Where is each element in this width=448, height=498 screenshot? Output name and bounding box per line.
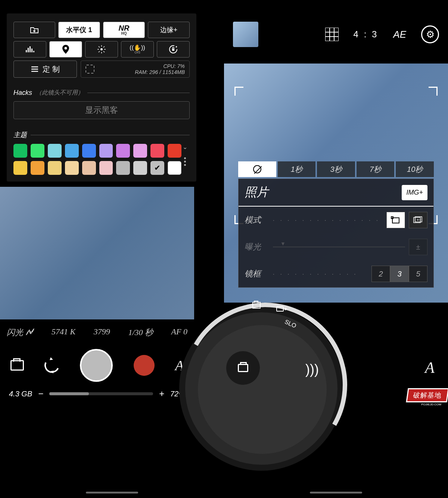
svg-rect-4	[33, 51, 34, 52]
level-button[interactable]: 水平仪 1	[58, 22, 100, 38]
timer-tab[interactable]: 10秒	[396, 161, 434, 177]
settings-row-2: ((✋)) OIS	[13, 41, 190, 58]
frame-option[interactable]: 5	[409, 266, 427, 282]
chevron-down-icon[interactable]: ⌄	[183, 143, 187, 151]
mode-option-single[interactable]	[386, 212, 405, 228]
home-indicator[interactable]	[86, 492, 138, 494]
grid-icon[interactable]	[325, 28, 339, 41]
bracket-icon: +−	[413, 216, 423, 224]
settings-panel: 水平仪 1 NR HQ 边缘+ ((✋)) OIS	[7, 13, 196, 182]
timer-tab[interactable]: 7秒	[357, 161, 395, 177]
cpu-icon	[85, 65, 94, 74]
cpu-value: CPU: 7%	[98, 63, 185, 69]
svg-point-6	[100, 48, 103, 50]
exposure-row: 曝光 ±	[239, 233, 433, 260]
timer-tab[interactable]: 3秒	[317, 161, 355, 177]
brightness-button[interactable]	[85, 41, 118, 58]
theme-swatch[interactable]	[99, 161, 113, 175]
img-format-button[interactable]: IMG+	[402, 185, 427, 200]
exposure-label: 曝光	[245, 241, 269, 253]
gallery-icon[interactable]	[10, 360, 24, 371]
theme-swatch[interactable]	[150, 144, 164, 158]
rotation-lock-icon	[168, 44, 178, 54]
zoom-slider[interactable]	[49, 392, 153, 395]
theme-swatch[interactable]	[168, 144, 181, 158]
theme-swatch[interactable]	[133, 144, 147, 158]
gallery-thumbnail[interactable]	[233, 22, 258, 47]
mode-label: 模式	[245, 214, 269, 226]
exposure-option[interactable]: ±	[409, 239, 427, 255]
more-icon[interactable]	[184, 157, 186, 166]
theme-swatch[interactable]	[31, 144, 44, 158]
location-button[interactable]	[49, 41, 82, 58]
hacks-header: Hacks （此镜头不可用）	[13, 89, 190, 97]
zoom-in-button[interactable]: +	[159, 389, 164, 399]
home-indicator[interactable]	[310, 492, 362, 494]
edge-button[interactable]: 边缘+	[148, 22, 190, 38]
zoom-out-button[interactable]: −	[38, 389, 43, 399]
theme-swatch[interactable]	[65, 161, 79, 175]
aspect-ratio-button[interactable]: 4 : 3	[354, 29, 379, 40]
dial-photo-icon[interactable]	[252, 302, 261, 309]
settings-button[interactable]: ⚙	[421, 25, 439, 43]
theme-swatch[interactable]	[82, 161, 96, 175]
theme-swatch[interactable]	[31, 161, 44, 175]
nr-button[interactable]: NR HQ	[103, 22, 145, 38]
record-button[interactable]	[134, 355, 155, 376]
svg-line-11	[99, 46, 100, 47]
kelvin-value[interactable]: 5741 K	[52, 327, 75, 338]
theme-swatch[interactable]	[82, 144, 96, 158]
svg-rect-0	[26, 50, 27, 52]
theme-swatch[interactable]	[48, 161, 62, 175]
dial-hub[interactable]	[226, 351, 260, 385]
timer-tab[interactable]	[238, 161, 276, 177]
rotation-lock-button[interactable]	[157, 41, 190, 58]
histogram-button[interactable]	[13, 41, 46, 58]
ae-button[interactable]: AE	[393, 29, 406, 40]
haptic-icon[interactable]: )))	[305, 362, 319, 377]
timer-tab[interactable]: 1秒	[278, 161, 316, 177]
show-hacks-button[interactable]: 显示黑客	[13, 101, 190, 119]
focus-corner-tl	[234, 87, 243, 96]
sys-text: CPU: 7% RAM: 296 / 11514MB	[98, 63, 185, 75]
nr-label: NR	[119, 24, 130, 32]
switch-camera-icon[interactable]	[42, 356, 61, 375]
flash-label[interactable]: 闪光 🗲	[7, 327, 34, 338]
ois-button[interactable]: ((✋)) OIS	[121, 41, 154, 58]
gear-icon: ⚙	[426, 29, 435, 40]
camera-controls: A	[0, 343, 194, 388]
svg-line-14	[103, 46, 105, 47]
theme-swatch[interactable]	[168, 161, 181, 175]
theme-swatch[interactable]	[99, 144, 113, 158]
watermark-sub: POJIEJD.COM	[421, 403, 441, 406]
frame-option[interactable]: 2	[371, 266, 390, 282]
shutter-button[interactable]	[80, 349, 113, 382]
svg-rect-2	[29, 46, 31, 52]
download-button[interactable]	[13, 22, 55, 38]
dial-video-icon[interactable]	[276, 306, 284, 312]
theme-swatch[interactable]	[150, 161, 164, 175]
system-info: CPU: 7% RAM: 296 / 11514MB	[81, 61, 190, 78]
theme-swatch[interactable]	[133, 161, 147, 175]
theme-swatch[interactable]	[116, 161, 130, 175]
ois-label: OIS	[134, 51, 140, 54]
af-value[interactable]: AF 0	[171, 327, 187, 338]
auto-mode-button[interactable]: A	[425, 359, 435, 377]
theme-swatches	[13, 144, 181, 175]
theme-swatch[interactable]	[48, 144, 62, 158]
top-bar: 4 : 3 AE ⚙	[224, 22, 448, 47]
burst-icon	[238, 364, 248, 372]
theme-swatch[interactable]	[65, 144, 79, 158]
customize-button[interactable]: 定 制	[13, 61, 77, 78]
iso-value[interactable]: 3799	[94, 327, 110, 338]
shutter-value[interactable]: 1/30 秒	[128, 327, 153, 338]
zoom-bar: 4.3 GB − + 72%	[0, 389, 194, 399]
theme-swatch[interactable]	[13, 161, 27, 175]
camera-info-bar: 闪光 🗲 5741 K 3799 1/30 秒 AF 0	[0, 323, 194, 342]
nr-sub-label: HQ	[121, 32, 127, 35]
theme-swatch[interactable]	[116, 144, 130, 158]
exposure-slider[interactable]	[273, 247, 405, 247]
frame-option[interactable]: 3	[390, 266, 409, 282]
mode-option-bracket[interactable]: +−	[409, 212, 427, 228]
theme-swatch[interactable]	[13, 144, 27, 158]
